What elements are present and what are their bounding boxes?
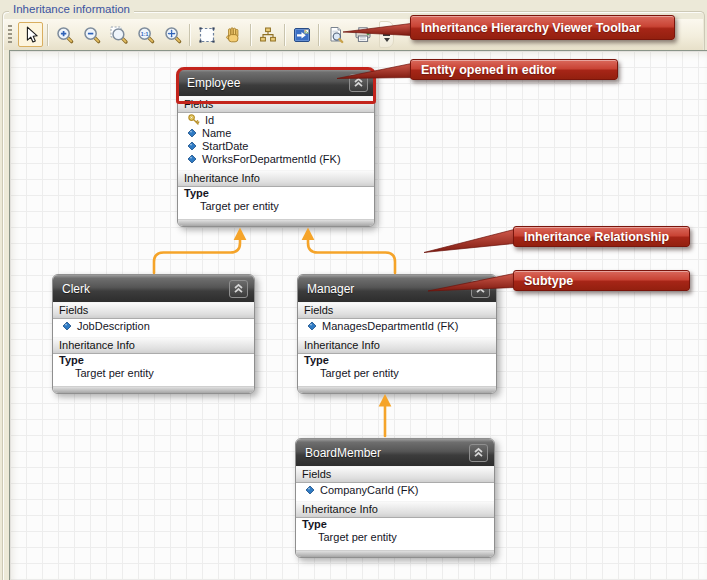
entity-title: Manager [307, 282, 354, 296]
collapse-chevrons-icon [353, 77, 364, 88]
callout-entity-opened-label: Entity opened in editor [410, 59, 618, 80]
field-name: JobDescription [77, 320, 150, 332]
groupbox-title: Inheritance information [9, 3, 134, 15]
entity-title: BoardMember [305, 446, 381, 460]
marquee-selection-icon [197, 25, 217, 45]
print-button[interactable] [350, 22, 375, 47]
collapse-button[interactable] [471, 280, 490, 298]
field-row: JobDescription [53, 319, 254, 332]
callout-subtype-label: Subtype [513, 270, 690, 291]
inheritance-section-header: Inheritance Info [298, 337, 496, 354]
zoom-region-icon [109, 25, 129, 45]
entity-header[interactable]: BoardMember [296, 439, 494, 466]
print-preview-icon [326, 25, 346, 45]
field-row: WorksForDepartmentId (FK) [178, 152, 374, 165]
fields-section-header: Fields [298, 302, 496, 319]
type-value: Target per entity [53, 367, 254, 380]
collapse-button[interactable] [229, 280, 248, 298]
toolbar-separator [47, 24, 48, 46]
field-diamond-icon [187, 154, 197, 164]
field-name: ManagesDepartmentId (FK) [322, 320, 458, 332]
primary-key-icon [187, 113, 200, 126]
print-icon [353, 25, 373, 45]
zoom-in-button[interactable] [52, 22, 77, 47]
entity-manager[interactable]: Manager Fields ManagesDepartmentId (FK) … [297, 274, 497, 394]
field-diamond-icon [187, 128, 197, 138]
field-name: CompanyCarId (FK) [320, 484, 418, 496]
toolbar-separator [284, 24, 285, 46]
print-preview-button[interactable] [323, 22, 348, 47]
toolbar-grip[interactable] [8, 25, 12, 44]
inheritance-section-header: Inheritance Info [178, 170, 374, 187]
field-row: Name [178, 126, 374, 139]
entity-header[interactable]: Manager [298, 275, 496, 302]
chevron-down-icon [384, 38, 390, 42]
zoom-in-icon [55, 25, 75, 45]
collapse-button[interactable] [469, 444, 488, 462]
zoom-out-button[interactable] [79, 22, 104, 47]
toolbar-separator [189, 24, 190, 46]
field-diamond-icon [187, 141, 197, 151]
zoom-region-button[interactable] [106, 22, 131, 47]
pan-button[interactable] [221, 22, 246, 47]
zoom-actual-size-button[interactable]: 1:1 [133, 22, 158, 47]
field-diamond-icon [62, 321, 72, 331]
field-row: CompanyCarId (FK) [296, 483, 494, 496]
entity-clerk[interactable]: Clerk Fields JobDescription Inheritance … [52, 274, 255, 394]
inheritance-section-header: Inheritance Info [53, 337, 254, 354]
collapse-chevrons-icon [475, 283, 486, 294]
field-row: StartDate [178, 139, 374, 152]
type-label: Type [296, 518, 494, 531]
field-name: StartDate [202, 140, 248, 152]
type-label: Type [53, 354, 254, 367]
fields-section-header: Fields [178, 96, 374, 113]
field-name: Id [205, 114, 214, 126]
zoom-fit-icon [163, 25, 183, 45]
type-value: Target per entity [296, 531, 494, 544]
export-image-button[interactable] [289, 22, 314, 47]
entity-boardmember[interactable]: BoardMember Fields CompanyCarId (FK) Inh… [295, 438, 495, 558]
fields-section-header: Fields [53, 302, 254, 319]
entity-footer [178, 219, 374, 226]
marquee-selection-button[interactable] [194, 22, 219, 47]
field-name: Name [202, 127, 231, 139]
field-name: WorksForDepartmentId (FK) [202, 153, 341, 165]
zoom-actual-size-icon: 1:1 [136, 25, 156, 45]
export-image-icon [292, 25, 312, 45]
field-row: Id [178, 113, 374, 126]
field-row: ManagesDepartmentId (FK) [298, 319, 496, 332]
entity-header[interactable]: Employee [178, 69, 374, 96]
auto-layout-button[interactable] [255, 22, 280, 47]
zoom-out-icon [82, 25, 102, 45]
entity-footer [53, 386, 254, 393]
collapse-chevrons-icon [473, 447, 484, 458]
entity-title: Clerk [62, 282, 90, 296]
type-label: Type [298, 354, 496, 367]
field-diamond-icon [307, 321, 317, 331]
type-value: Target per entity [298, 367, 496, 380]
toolbar-overflow-button[interactable] [379, 21, 394, 48]
svg-text:1:1: 1:1 [140, 30, 148, 36]
overflow-bar-icon [383, 34, 390, 36]
inheritance-section-header: Inheritance Info [296, 501, 494, 518]
toolbar-separator [318, 24, 319, 46]
collapse-button[interactable] [349, 74, 368, 92]
pointer-tool-button[interactable] [18, 22, 43, 47]
entity-footer [298, 386, 496, 393]
zoom-fit-button[interactable] [160, 22, 185, 47]
auto-layout-icon [258, 25, 278, 45]
callout-inheritance-relationship-label: Inheritance Relationship [513, 226, 690, 247]
entity-employee[interactable]: Employee Fields Id Name [177, 68, 375, 227]
type-value: Target per entity [178, 200, 374, 213]
field-diamond-icon [305, 485, 315, 495]
toolbar-separator [250, 24, 251, 46]
entity-title: Employee [187, 76, 240, 90]
collapse-chevrons-icon [233, 283, 244, 294]
inheritance-information-panel: Inheritance information [0, 0, 707, 580]
fields-section-header: Fields [296, 466, 494, 483]
type-label: Type [178, 187, 374, 200]
entity-header[interactable]: Clerk [53, 275, 254, 302]
callout-toolbar-label: Inheritance Hierarchy Viewer Toolbar [410, 15, 675, 40]
entity-footer [296, 550, 494, 557]
pan-hand-icon [224, 25, 244, 45]
